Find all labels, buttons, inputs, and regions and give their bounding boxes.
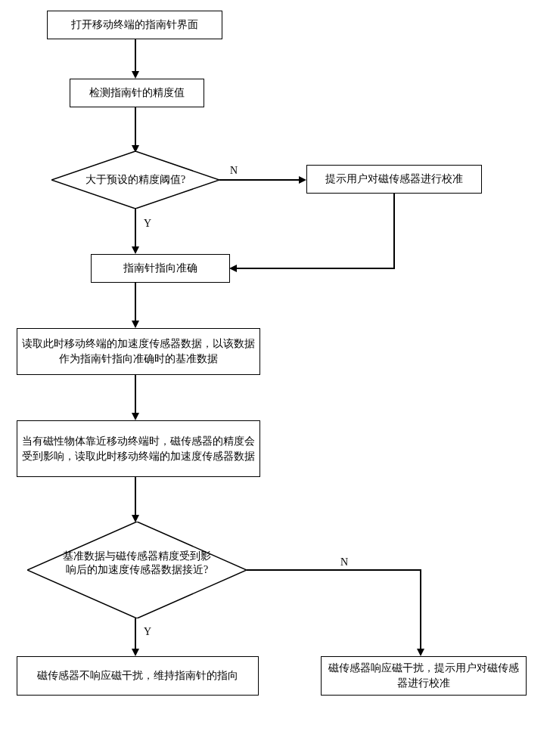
arrow [229, 265, 237, 272]
text: 读取此时移动终端的加速度传感器数据，以该数据作为指南针指向准确时的基准数据 [22, 336, 255, 366]
arrow [132, 321, 139, 328]
process-magnetic-interference: 当有磁性物体靠近移动终端时，磁传感器的精度会受到影响，读取此时移动终端的加速度传… [17, 420, 260, 477]
edge [135, 209, 136, 248]
text: 指南针指向准确 [123, 261, 197, 276]
edge [135, 375, 136, 414]
arrow [132, 71, 139, 79]
text: 磁传感器不响应磁干扰，维持指南针的指向 [37, 668, 238, 683]
arrow [299, 176, 306, 184]
process-detect-accuracy: 检测指南针的精度值 [70, 79, 204, 107]
arrow [417, 649, 424, 656]
edge [219, 179, 301, 181]
edge [135, 618, 136, 650]
label-yes: Y [142, 218, 153, 230]
label-yes: Y [142, 626, 153, 638]
text: 打开移动终端的指南针界面 [71, 17, 198, 33]
label-no: N [339, 556, 350, 569]
text: 检测指南针的精度值 [89, 85, 185, 101]
edge [135, 39, 136, 73]
decision-threshold: 大于预设的精度阈值? [51, 151, 219, 209]
text: 当有磁性物体靠近移动终端时，磁传感器的精度会受到影响，读取此时移动终端的加速度传… [22, 434, 255, 463]
arrow [132, 413, 139, 420]
process-respond-interference: 磁传感器响应磁干扰，提示用户对磁传感器进行校准 [321, 656, 527, 696]
edge [236, 268, 395, 269]
process-maintain-direction: 磁传感器不响应磁干扰，维持指南针的指向 [17, 656, 259, 696]
process-open-compass: 打开移动终端的指南针界面 [47, 11, 222, 39]
edge [135, 283, 136, 322]
text: 提示用户对磁传感器进行校准 [325, 172, 463, 187]
text: 大于预设的精度阈值? [85, 174, 185, 185]
edge [420, 569, 421, 650]
decision-data-close: 基准数据与磁传感器精度受到影响后的加速度传感器数据接近? [27, 522, 247, 618]
arrow [132, 649, 139, 656]
process-pointing-accurate: 指南针指向准确 [91, 254, 230, 283]
process-read-baseline: 读取此时移动终端的加速度传感器数据，以该数据作为指南针指向准确时的基准数据 [17, 328, 260, 375]
text: 基准数据与磁传感器精度受到影响后的加速度传感器数据接近? [61, 550, 213, 577]
arrow [132, 246, 139, 254]
label-no: N [228, 165, 239, 177]
edge [135, 107, 136, 147]
process-prompt-calibrate: 提示用户对磁传感器进行校准 [306, 165, 482, 194]
text: 磁传感器响应磁干扰，提示用户对磁传感器进行校准 [326, 661, 521, 690]
edge [247, 569, 421, 571]
edge [393, 194, 395, 268]
edge [135, 477, 136, 516]
